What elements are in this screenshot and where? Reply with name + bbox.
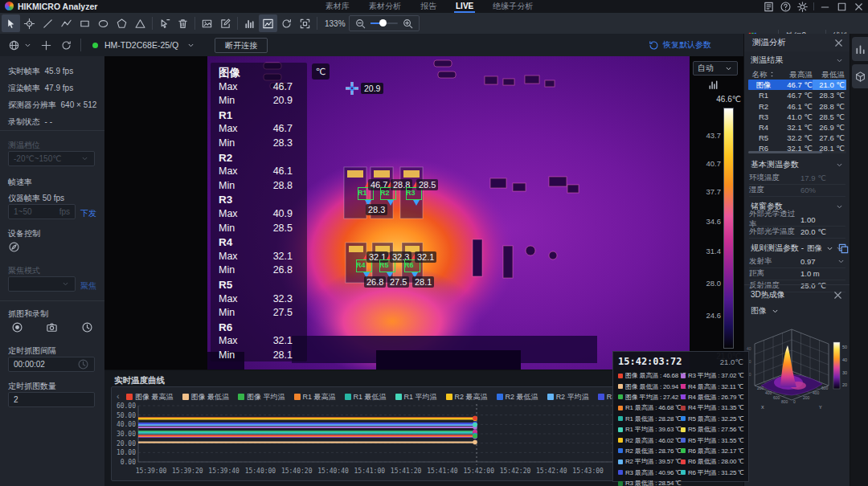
overlay-max: Max46.7 — [219, 122, 293, 137]
rule-target-select[interactable]: 图像 — [807, 243, 822, 254]
help-icon[interactable] — [780, 1, 792, 13]
thermal-3d-plot[interactable]: 504030202004006008000200400600403020XY — [745, 318, 850, 416]
framerate-input[interactable]: 1~50 fps — [8, 204, 76, 219]
zoom-slider[interactable] — [371, 22, 398, 24]
column-min[interactable]: 最低温 — [813, 69, 846, 80]
rotate-tool[interactable] — [277, 14, 296, 32]
param-发射率[interactable]: 发射率0.97 — [749, 255, 845, 268]
line-tool[interactable] — [39, 14, 57, 32]
focus-button[interactable]: 聚焦 — [80, 280, 96, 292]
spot-tool[interactable] — [20, 14, 39, 32]
send-button[interactable]: 下发 — [80, 208, 96, 219]
range-select[interactable]: -20℃~150℃ — [8, 151, 95, 166]
legend-scroll-left-icon[interactable]: ‹ — [117, 391, 120, 401]
rect-tool[interactable] — [76, 14, 94, 32]
disconnect-button[interactable]: 断开连接 — [215, 38, 268, 53]
result-row-R2[interactable]: R246.1 ℃28.8 ℃ — [748, 101, 846, 112]
zoom-level: 133% — [325, 19, 346, 28]
add-device-icon[interactable] — [40, 39, 52, 51]
results-section-header[interactable]: 测温结果 — [744, 53, 850, 67]
thermal-viewer[interactable]: 图像Max46.7Min20.9R1Max46.7Min28.3R2Max46.… — [104, 56, 743, 370]
line-chart-tool[interactable] — [259, 14, 277, 32]
fit-screen-tool[interactable] — [296, 14, 314, 32]
trash-tool[interactable] — [174, 14, 192, 32]
column-max[interactable]: 最高温 — [779, 69, 813, 80]
tooltip-item: R2 平均温 : 39.57 ℃ — [618, 456, 681, 467]
result-row-R1[interactable]: R146.7 ℃28.3 ℃ — [748, 90, 846, 100]
svg-text:15:40:20: 15:40:20 — [281, 468, 313, 475]
spot-marker[interactable] — [346, 82, 358, 95]
histogram-icon[interactable] — [707, 79, 719, 91]
result-min: 28.5 ℃ — [813, 112, 846, 122]
tooltip-item: R1 最低温 : 28.28 ℃ — [618, 414, 681, 424]
result-row-R4[interactable]: R432.1 ℃26.9 ℃ — [748, 122, 846, 133]
color-scale-bar[interactable] — [723, 108, 734, 349]
result-row-R3[interactable]: R341.0 ℃28.5 ℃ — [748, 112, 846, 122]
focus-assist-icon[interactable] — [8, 241, 20, 253]
deselect-tool[interactable] — [155, 14, 174, 32]
rule-params-header[interactable]: 规则测温参数 - 图像 — [744, 241, 850, 255]
close-icon[interactable] — [853, 1, 865, 13]
nav-tab-LIVE[interactable]: LIVE — [456, 0, 473, 13]
bar-chart-tool[interactable] — [240, 14, 259, 32]
tooltip-item: R1 最高温 : 46.68 ℃ — [618, 402, 681, 413]
param-距离[interactable]: 距离1.0 m — [749, 268, 845, 280]
polyline-tool[interactable] — [57, 14, 76, 32]
tab-3d[interactable] — [852, 64, 868, 88]
result-row-图像[interactable]: 图像46.7 ℃21.0 ℃ — [748, 80, 846, 90]
svg-text:30.00: 30.00 — [117, 431, 136, 438]
param-外部光学透过率[interactable]: 外部光学透过率1.00 — [749, 214, 845, 227]
maximize-icon[interactable] — [836, 1, 848, 13]
param-湿度[interactable]: 湿度60% — [749, 184, 845, 197]
ellipse-tool[interactable] — [94, 14, 113, 32]
nav-tab-素材库[interactable]: 素材库 — [326, 0, 350, 13]
interval-input[interactable]: 00:00:02 — [8, 357, 95, 372]
thermal3d-target-select[interactable]: 图像 — [751, 305, 780, 317]
overlay-max: Max32.1 — [219, 250, 293, 264]
tooltip-item: R5 平均温 : 31.55 ℃ — [681, 435, 743, 445]
nav-tab-素材分析[interactable]: 素材分析 — [369, 0, 401, 13]
param-环境温度[interactable]: 环境温度17.9 ℃ — [749, 172, 845, 185]
tooltip-temp: 21.0℃ — [720, 357, 743, 366]
left-sidebar: 实时帧率 45.9 fps渲染帧率 47.9 fps探测器分辨率 640 × 5… — [0, 56, 105, 486]
table-scrollbar[interactable] — [748, 151, 846, 153]
settings-icon[interactable] — [796, 1, 809, 13]
basic-params-header[interactable]: 基本测温参数 — [744, 157, 850, 172]
zoom-out-icon[interactable] — [354, 18, 366, 30]
triangle-tool[interactable] — [131, 14, 149, 32]
scale-mode-select[interactable]: 自动 — [693, 61, 738, 76]
nav-tab-报告[interactable]: 报告 — [420, 0, 436, 13]
zoom-in-icon[interactable] — [402, 18, 414, 30]
timer-capture-icon[interactable] — [81, 321, 93, 333]
app-logo-icon — [5, 2, 14, 10]
close-icon[interactable] — [832, 289, 844, 301]
annotate-tool[interactable] — [216, 14, 235, 32]
scale-tick: 34.6 — [706, 217, 722, 226]
record-icon[interactable] — [11, 321, 23, 333]
count-input[interactable]: 2 — [8, 392, 95, 407]
chevron-down-icon[interactable] — [23, 41, 32, 50]
column-name[interactable]: 名称 — [748, 69, 779, 80]
polygon-tool[interactable] — [113, 14, 131, 32]
focus-mode-select[interactable] — [8, 276, 76, 292]
refresh-icon[interactable] — [60, 39, 72, 51]
unit-badge: ℃ — [312, 63, 330, 80]
chevron-down-icon — [771, 307, 780, 316]
network-icon[interactable] — [8, 39, 20, 51]
export-image-tool[interactable] — [198, 14, 216, 32]
restore-defaults-link[interactable]: 恢复默认参数 — [648, 34, 711, 56]
report-export-icon[interactable] — [763, 1, 775, 13]
chevron-down-icon[interactable] — [186, 41, 195, 50]
tab-analysis[interactable] — [852, 37, 868, 61]
zoom-slider-knob[interactable] — [379, 19, 387, 27]
camera-icon[interactable] — [46, 321, 58, 333]
result-row-R5[interactable]: R532.2 ℃27.6 ℃ — [748, 133, 846, 143]
param-外部光学温度[interactable]: 外部光学温度20.0 ℃ — [749, 226, 845, 239]
nav-tab-绝缘子分析[interactable]: 绝缘子分析 — [493, 0, 533, 13]
close-icon[interactable] — [833, 37, 845, 49]
thermal3d-header[interactable]: 3D热成像 — [744, 288, 850, 302]
min-marker-icon — [413, 200, 420, 206]
svg-text:15:41:20: 15:41:20 — [391, 468, 422, 475]
cursor-tool[interactable] — [2, 14, 20, 32]
minimize-icon[interactable] — [819, 1, 831, 13]
